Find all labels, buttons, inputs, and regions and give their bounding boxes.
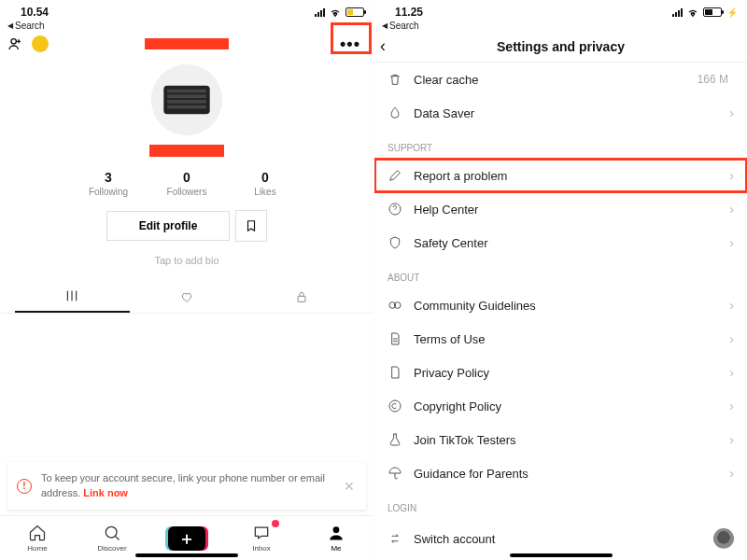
banner-close[interactable]: ✕ [342,479,357,494]
status-bar: 10.54 [0,0,374,21]
back-to-search[interactable]: Search [374,21,747,31]
pencil-icon [388,168,402,183]
stat-following[interactable]: 3 Following [69,170,148,197]
svg-rect-5 [167,100,206,104]
flask-icon [388,432,402,447]
more-options-button[interactable]: ••• [334,32,366,56]
switch-icon [388,531,402,546]
row-terms-of-use[interactable]: Terms of Use › [374,322,747,356]
status-time: 10.54 [9,6,49,19]
chevron-right-icon: › [729,202,734,217]
chevron-right-icon: › [729,168,734,183]
svg-point-8 [106,526,117,538]
home-indicator [510,553,613,557]
handle-redacted [149,145,224,157]
battery-icon [703,7,722,17]
wifi-icon [686,7,699,17]
row-data-saver[interactable]: Data Saver › [374,96,747,130]
section-login: LOGIN [374,490,747,519]
page-icon [388,365,402,380]
document-icon [388,331,402,346]
alert-icon: ! [17,479,32,494]
tap-to-add-bio[interactable]: Tap to add bio [0,255,374,266]
svg-point-13 [389,400,401,412]
status-indicators [315,7,364,17]
nav-me[interactable]: Me [299,516,374,560]
section-support: SUPPORT [374,130,747,159]
coin-icon[interactable] [32,35,49,52]
stat-likes[interactable]: 0 Likes [226,170,304,197]
settings-header: ‹ Settings and privacy [374,31,747,63]
svg-rect-7 [298,296,305,301]
content-tabs [0,281,374,314]
chevron-right-icon: › [729,331,734,346]
guidelines-icon [388,298,402,313]
svg-point-9 [333,526,340,533]
edit-profile-button[interactable]: Edit profile [106,211,231,241]
back-button[interactable]: ‹ [380,36,386,56]
question-icon [388,202,402,217]
profile-header-row: ••• [0,31,374,57]
plus-icon: ＋ [168,526,205,551]
wifi-icon [329,7,342,17]
chevron-right-icon: › [729,466,734,481]
row-switch-account[interactable]: Switch account [374,519,747,558]
umbrella-icon [388,466,402,481]
username-redacted [145,38,229,49]
status-indicators: ⚡ [672,7,738,18]
status-time: 11.25 [384,6,423,19]
home-indicator [135,553,238,557]
link-now[interactable]: Link now [83,487,128,498]
tab-posts[interactable] [15,281,130,313]
section-about: ABOUT [374,259,747,288]
svg-point-0 [11,39,16,44]
battery-icon [345,7,364,17]
chevron-right-icon: › [729,365,734,380]
charging-icon: ⚡ [726,7,738,18]
settings-list: Clear cache 166 M Data Saver › SUPPORT R… [374,63,747,560]
inbox-badge [272,520,279,527]
chevron-right-icon: › [729,432,734,447]
profile-avatar-area [0,57,374,157]
profile-stats: 3 Following 0 Followers 0 Likes [0,170,374,197]
profile-screen: 10.54 Search ••• 3 Following 0 Followers [0,0,374,560]
row-clear-cache[interactable]: Clear cache 166 M [374,63,747,96]
account-avatar-thumb [713,528,734,549]
row-privacy-policy[interactable]: Privacy Policy › [374,356,747,389]
svg-rect-4 [167,94,206,98]
add-friends-icon[interactable] [7,36,22,51]
chevron-right-icon: › [729,235,734,250]
row-help-center[interactable]: Help Center › [374,192,747,226]
row-community-guidelines[interactable]: Community Guidelines › [374,288,747,322]
nav-home[interactable]: Home [0,516,75,560]
copyright-icon [388,399,402,413]
banner-text: To keep your account secure, link your p… [41,471,332,500]
back-to-search[interactable]: Search [0,21,374,31]
row-join-testers[interactable]: Join TikTok Testers › [374,423,747,456]
cache-size: 166 M [698,73,728,86]
security-banner: ! To keep your account secure, link your… [7,462,366,510]
cellular-icon [315,8,325,17]
cellular-icon [672,8,683,17]
page-title: Settings and privacy [497,39,625,54]
profile-avatar[interactable] [151,64,222,135]
drop-icon [388,105,402,120]
stat-followers[interactable]: 0 Followers [148,170,226,197]
tab-liked[interactable] [130,281,245,313]
svg-rect-6 [167,105,206,109]
row-report-problem[interactable]: Report a problem › [374,159,747,192]
settings-screen: 11.25 ⚡ Search ‹ Settings and privacy Cl… [374,0,747,560]
edit-profile-row: Edit profile [0,210,374,242]
row-safety-center[interactable]: Safety Center › [374,226,747,259]
status-bar: 11.25 ⚡ [374,0,747,21]
chevron-right-icon: › [729,105,734,120]
shield-icon [388,235,402,250]
row-guidance-parents[interactable]: Guidance for Parents › [374,456,747,490]
svg-rect-3 [167,90,206,93]
bookmark-button[interactable] [235,210,267,242]
tab-private[interactable] [244,281,359,313]
row-copyright-policy[interactable]: Copyright Policy › [374,389,747,423]
chevron-right-icon: › [729,399,734,413]
trash-icon [388,72,402,87]
chevron-right-icon: › [729,298,734,313]
